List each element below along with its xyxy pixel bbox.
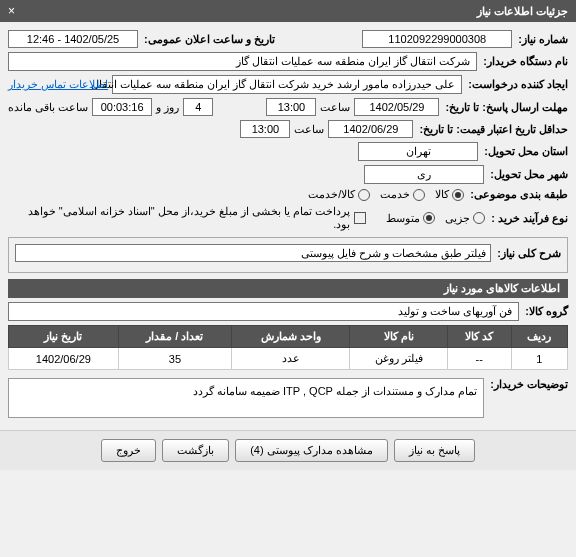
radio-goods[interactable]: کالا: [435, 188, 464, 201]
validity-time: 13:00: [240, 120, 290, 138]
th-qty: تعداد / مقدار: [118, 326, 231, 348]
validity-label: حداقل تاریخ اعتبار قیمت: تا تاریخ:: [417, 123, 568, 136]
general-desc-fieldset: شرح کلی نیاز:: [8, 237, 568, 273]
need-no-label: شماره نیاز:: [516, 33, 568, 46]
announce-value: 1402/05/25 - 12:46: [8, 30, 138, 48]
purchase-type-label: نوع فرآیند خرید :: [489, 212, 568, 225]
window-title: جزئیات اطلاعات نیاز: [477, 5, 568, 18]
radio-partial[interactable]: جزیی: [445, 212, 485, 225]
days-value: 4: [183, 98, 213, 116]
cell-name: فیلتر روغن: [350, 348, 448, 370]
contact-link[interactable]: اطلاعات تماس خریدار: [8, 78, 108, 91]
footer-buttons: پاسخ به نیاز مشاهده مدارک پیوستی (4) باز…: [0, 430, 576, 470]
deadline-date: 1402/05/29: [354, 98, 439, 116]
deadline-time: 13:00: [266, 98, 316, 116]
buyer-label: نام دستگاه خریدار:: [481, 55, 568, 68]
th-row: ردیف: [511, 326, 568, 348]
city-label: شهر محل تحویل:: [488, 168, 568, 181]
th-date: تاریخ نیاز: [9, 326, 119, 348]
radio-goods-service[interactable]: کالا/خدمت: [308, 188, 370, 201]
close-icon[interactable]: ×: [8, 4, 15, 18]
cell-unit: عدد: [232, 348, 350, 370]
window-header: جزئیات اطلاعات نیاز ×: [0, 0, 576, 22]
back-button[interactable]: بازگشت: [162, 439, 229, 462]
goods-group-label: گروه کالا:: [523, 305, 568, 318]
th-code: کد کالا: [448, 326, 511, 348]
cell-date: 1402/06/29: [9, 348, 119, 370]
creator-value: علی حیدرزاده مامور ارشد خرید شرکت انتقال…: [112, 75, 462, 94]
need-no-value: 1102092299000308: [362, 30, 512, 48]
respond-button[interactable]: پاسخ به نیاز: [394, 439, 475, 462]
city-value: ری: [364, 165, 484, 184]
time-label-2: ساعت: [294, 123, 324, 136]
province-value: تهران: [358, 142, 478, 161]
buyer-notes-box: تمام مدارک و مستندات از جمله ITP , QCP ض…: [8, 378, 484, 418]
purchase-type-group: جزیی متوسط: [386, 212, 485, 225]
payment-checkbox[interactable]: [354, 212, 366, 224]
cell-qty: 35: [118, 348, 231, 370]
announce-label: تاریخ و ساعت اعلان عمومی:: [142, 33, 275, 46]
form-body: شماره نیاز: 1102092299000308 تاریخ و ساع…: [0, 22, 576, 430]
buyer-value: شرکت انتقال گاز ایران منطقه سه عملیات ان…: [8, 52, 477, 71]
th-unit: واحد شمارش: [232, 326, 350, 348]
creator-label: ایجاد کننده درخواست:: [466, 78, 568, 91]
subject-class-group: کالا خدمت کالا/خدمت: [308, 188, 464, 201]
validity-date: 1402/06/29: [328, 120, 413, 138]
general-desc-input[interactable]: [15, 244, 491, 262]
goods-section-title: اطلاعات کالاهای مورد نیاز: [8, 279, 568, 298]
radio-medium[interactable]: متوسط: [386, 212, 435, 225]
remaining-label: ساعت باقی مانده: [8, 101, 88, 114]
attachments-button[interactable]: مشاهده مدارک پیوستی (4): [235, 439, 388, 462]
province-label: استان محل تحویل:: [482, 145, 568, 158]
exit-button[interactable]: خروج: [101, 439, 156, 462]
remaining-time: 00:03:16: [92, 98, 152, 116]
cell-row: 1: [511, 348, 568, 370]
cell-code: --: [448, 348, 511, 370]
buyer-notes-label: توضیحات خریدار:: [488, 378, 568, 391]
subject-class-label: طبقه بندی موضوعی:: [468, 188, 568, 201]
payment-note: پرداخت تمام یا بخشی از مبلغ خرید،از محل …: [8, 205, 350, 231]
radio-service[interactable]: خدمت: [380, 188, 425, 201]
days-label: روز و: [156, 101, 179, 114]
general-desc-label: شرح کلی نیاز:: [495, 247, 561, 260]
th-name: نام کالا: [350, 326, 448, 348]
goods-table: ردیف کد کالا نام کالا واحد شمارش تعداد /…: [8, 325, 568, 370]
deadline-label: مهلت ارسال پاسخ: تا تاریخ:: [443, 101, 568, 114]
table-row[interactable]: 1 -- فیلتر روغن عدد 35 1402/06/29: [9, 348, 568, 370]
goods-group-value: فن آوریهای ساخت و تولید: [8, 302, 519, 321]
time-label-1: ساعت: [320, 101, 350, 114]
